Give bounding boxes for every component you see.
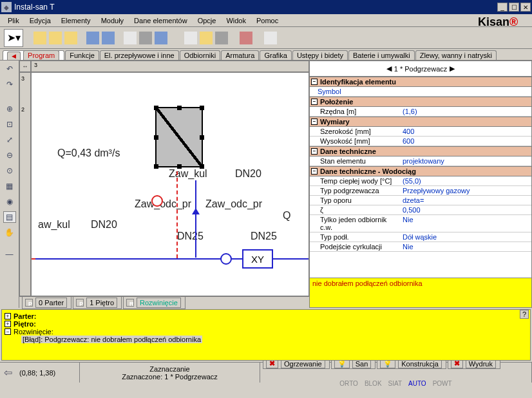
lt-zoomwin-icon[interactable]: ⊡ [3, 118, 16, 130]
window-title: Instal-san T [14, 3, 497, 12]
prop-temp-val[interactable]: (55,0) [400, 176, 531, 185]
node-hot [151, 195, 163, 207]
tab-ustepy[interactable]: Ustępy i bidety [292, 50, 348, 60]
flow-label: Q=0,43 dm³/s [57, 147, 120, 159]
mode-siat[interactable]: SIAT [388, 380, 402, 387]
arrow-icon [192, 208, 200, 214]
help-button[interactable]: ? [520, 310, 529, 319]
menu-moduly[interactable]: Moduły [96, 15, 129, 26]
menu-elementy[interactable]: Elementy [56, 15, 96, 26]
lt-zoomall-icon[interactable]: ⊙ [3, 165, 16, 176]
menu-opcje[interactable]: Opcje [193, 15, 222, 26]
pointer-tool[interactable]: ➤▾ [4, 29, 23, 47]
brand-logo: Kisan® [478, 15, 529, 31]
drawing-canvas[interactable]: Q=0,43 dm³/s Zaw_kul DN20 Zaw_odc_pr Zaw… [31, 72, 309, 296]
tb-save-icon[interactable] [86, 32, 99, 44]
expand-pietro[interactable]: + [5, 321, 11, 327]
tb-print-icon[interactable] [139, 32, 152, 44]
tb-calc-icon[interactable] [184, 32, 197, 44]
mode-blok[interactable]: BLOK [365, 380, 382, 387]
prop-wys-val[interactable]: 600 [400, 137, 531, 146]
status-coords: (0,88; 1,38) [19, 369, 75, 377]
selected-heater[interactable] [155, 107, 203, 167]
tab-program[interactable]: ◀ Program [3, 50, 64, 60]
property-warning: nie dobrałem podłączeń odbiornika [310, 278, 531, 307]
tab-funkcje[interactable]: Funkcje [65, 50, 99, 60]
status-mode: Zaznaczanie [149, 365, 189, 373]
lt-sep: — [3, 249, 16, 260]
minimize-button[interactable]: _ [497, 3, 508, 12]
prop-szer-val[interactable]: 400 [400, 127, 531, 136]
label-dn25a: DN25 [177, 231, 204, 242]
group-danetech-wod[interactable]: −Dane techniczne - Wodociąg [310, 166, 531, 176]
lt-zoomin-icon[interactable]: ⊕ [3, 103, 16, 115]
mode-powt[interactable]: POWT [433, 380, 452, 387]
tab-armatura[interactable]: Armatura [221, 50, 259, 60]
menu-edycja[interactable]: Edycja [24, 15, 56, 26]
pipe-cold-v [195, 180, 196, 258]
tb-sheets-icon[interactable] [215, 32, 228, 44]
prop-rzedna-val[interactable]: (1,6) [400, 107, 531, 116]
lt-layers-icon[interactable]: ▤ [3, 211, 16, 223]
tb-open2-icon[interactable] [64, 32, 77, 44]
lt-snap-icon[interactable]: ◉ [3, 196, 16, 207]
property-panel: ◀1 * Podgrzewacz▶ −Identyfikacja element… [309, 61, 532, 308]
lt-grid-icon[interactable]: ▦ [3, 180, 16, 192]
group-polozenie[interactable]: −Położenie [310, 97, 531, 107]
tb-export-icon[interactable] [155, 32, 167, 44]
ruler-corner[interactable]: ↔ [19, 61, 31, 72]
tb-run-icon[interactable] [200, 32, 213, 44]
prop-symbol[interactable]: Symbol [310, 87, 400, 96]
sheet-tab-parter[interactable]: P0 Parter [22, 296, 71, 309]
tab-elprzeplywowe[interactable]: El. przepływowe i inne [100, 50, 179, 60]
lt-zoomfit-icon[interactable]: ⤢ [3, 134, 16, 146]
prop-zeta-val[interactable]: 0,500 [400, 205, 531, 214]
tb-copy-icon[interactable] [124, 32, 137, 44]
group-danetech[interactable]: −Dane techniczne [310, 146, 531, 156]
tb-flag-icon[interactable] [240, 32, 252, 44]
sheet-tab-pietro[interactable]: P1 Piętro [73, 296, 122, 309]
statusbar: ⇦ (0,88; 1,38) Zaznaczanie Zaznaczone: 1… [0, 362, 532, 383]
back-button[interactable]: ⇦ [0, 363, 15, 383]
tb-layers-icon[interactable] [264, 32, 277, 44]
prop-typ-podgrz-val[interactable]: Przepływowy gazowy [400, 186, 531, 195]
tab-baterie[interactable]: Baterie i umywalki [348, 50, 415, 60]
tb-open-icon[interactable] [49, 32, 62, 44]
prop-typoporu-val[interactable]: dzeta= [400, 196, 531, 205]
label-dn20b: DN20 [91, 219, 117, 231]
tab-grafika[interactable]: Grafika [260, 50, 291, 60]
sheet-tab-rozwiniecie[interactable]: RRozwinięcie [123, 296, 185, 309]
prop-tylko-val[interactable]: Nie [400, 215, 531, 232]
lt-undo-icon[interactable]: ↶ [3, 63, 16, 75]
menubar: Plik Edycja Elementy Moduły Dane element… [0, 14, 532, 27]
prop-stan-val[interactable]: projektowany [400, 156, 531, 166]
menu-dane[interactable]: Dane elementów [129, 15, 193, 26]
lt-zoomout-icon[interactable]: ⊖ [3, 149, 16, 161]
label-dn20: DN20 [235, 168, 261, 180]
lt-redo-icon[interactable]: ↷ [3, 79, 16, 90]
menu-widok[interactable]: Widok [221, 15, 251, 26]
prop-typpodl-val[interactable]: Dół wąskie [400, 232, 531, 242]
property-header: ◀1 * Podgrzewacz▶ [310, 61, 531, 77]
close-button[interactable]: ✕ [520, 3, 531, 12]
titlebar: ◆ Instal-san T _ ☐ ✕ [0, 0, 532, 14]
tab-odbiorniki[interactable]: Odbiorniki [180, 50, 221, 60]
error-message[interactable]: [Błąd]: Podgrzewacz: nie dobrałem podłąc… [5, 336, 527, 343]
expand-parter[interactable]: + [5, 313, 11, 319]
menu-pomoc[interactable]: Pomoc [251, 15, 283, 26]
tab-zlewy[interactable]: Zlewy, wanny i natryski [415, 50, 497, 60]
group-wymiary[interactable]: −Wymiary [310, 117, 531, 127]
mode-auto[interactable]: AUTO [408, 380, 426, 387]
tb-new-icon[interactable] [33, 32, 46, 44]
lt-pan-icon[interactable]: ✋ [3, 227, 16, 238]
prop-cyrk-val[interactable]: Nie [400, 242, 531, 251]
collapse-rozw[interactable]: − [5, 328, 11, 335]
xy-symbol: XY [242, 249, 273, 269]
label-q: Q [283, 210, 290, 222]
mode-orto[interactable]: ORTO [339, 380, 358, 387]
message-panel: ? +Parter: +Piętro: −Rozwinięcie: [Błąd]… [1, 309, 531, 361]
menu-plik[interactable]: Plik [3, 15, 24, 26]
maximize-button[interactable]: ☐ [509, 3, 519, 12]
tb-saveall-icon[interactable] [102, 32, 115, 44]
group-ident[interactable]: −Identyfikacja elementu [310, 77, 531, 87]
